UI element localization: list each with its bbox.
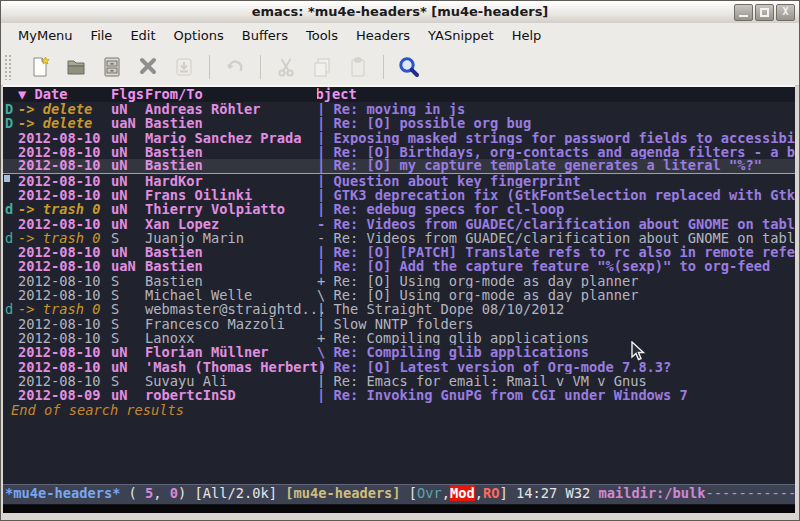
mark-char	[5, 131, 18, 145]
close-button[interactable]: X	[776, 4, 795, 21]
message-row[interactable]: D-> deleteuNAndreas Röhler| Re: moving i…	[3, 102, 795, 116]
message-row[interactable]: 2012-08-10uNFlorian Müllner\ Re: Compili…	[3, 345, 795, 359]
copy-button[interactable]	[307, 52, 337, 82]
menu-item-tools[interactable]: Tools	[297, 25, 347, 46]
menu-item-yasnippet[interactable]: YASnippet	[419, 25, 503, 46]
cut-button[interactable]	[271, 52, 301, 82]
search-button[interactable]	[394, 52, 424, 82]
message-row[interactable]: d-> trash 0Swebmaster@straightd...| The …	[3, 302, 795, 316]
message-row[interactable]: 2012-08-10uNMario Sanchez Prada| Exposin…	[3, 131, 795, 145]
message-date: 2012-08-10	[18, 245, 111, 259]
message-from: HardKor	[145, 174, 317, 188]
close-icon: X	[777, 5, 794, 20]
titlebar[interactable]: emacs: *mu4e-headers* [mu4e-headers] X	[1, 1, 799, 24]
minimize-icon	[739, 15, 748, 17]
message-subject: | Re: [O] [PATCH] Translate refs to rc a…	[317, 245, 795, 259]
message-row[interactable]: 2012-08-09uNrobertcInSD| Re: Invoking Gn…	[3, 388, 795, 402]
modeline-segment-red: RO	[483, 485, 499, 501]
message-from: Andreas Röhler	[145, 102, 317, 116]
message-row[interactable]: 2012-08-10uNHardKor| Question about key …	[3, 174, 795, 188]
menu-item-buffers[interactable]: Buffers	[233, 25, 297, 46]
message-date: 2012-08-10	[18, 174, 111, 188]
message-flags: uN	[111, 188, 145, 202]
modeline-segment-buffer[interactable]: *mu4e-headers*	[5, 485, 120, 501]
message-row[interactable]: 2012-08-10uNXan Lopez- Re: Videos from G…	[3, 217, 795, 231]
message-row[interactable]: 2012-08-10uNBastien| Re: [O] [PATCH] Tra…	[3, 245, 795, 259]
menu-item-file[interactable]: File	[82, 25, 122, 46]
modeline-segment-pink: 0	[170, 485, 178, 501]
mark-action: -> delete	[18, 102, 111, 116]
cut-icon	[274, 55, 298, 79]
menubar: MyMenuFileEditOptionsBuffersToolsHeaders…	[1, 23, 799, 48]
mark-action: -> trash 0	[18, 302, 111, 316]
from-column-header: From/To	[145, 87, 317, 102]
menu-item-edit[interactable]: Edit	[121, 25, 164, 46]
message-flags: uN	[111, 174, 145, 188]
message-row[interactable]: 2012-08-10SSuvayu Ali| Re: Emacs for ema…	[3, 374, 795, 388]
modeline-segment-dashes: --------------------------------------	[706, 485, 795, 501]
message-subject: | Re: [O] Latest version of Org-mode 7.8…	[317, 360, 795, 374]
maximize-button[interactable]	[755, 4, 774, 21]
message-row[interactable]: 2012-08-10SFrancesco Mazzoli| Slow NNTP …	[3, 317, 795, 331]
mark-char	[5, 159, 18, 172]
message-subject: | Question about key fingerprint	[317, 174, 795, 188]
message-subject: - Re: Videos from GUADEC/clarification a…	[317, 231, 795, 245]
mark-char	[5, 388, 18, 402]
close-x-icon	[136, 55, 160, 79]
mark-char	[5, 259, 18, 273]
modeline[interactable]: *mu4e-headers* ( 5, 0) [All/2.0k] [mu4e-…	[3, 484, 795, 505]
toolbar-separator	[383, 55, 384, 79]
open-folder-icon	[64, 55, 88, 79]
menu-item-options[interactable]: Options	[165, 25, 233, 46]
message-row[interactable]: 2012-08-10uNFrans Oilinki| GTK3 deprecat…	[3, 188, 795, 202]
menu-item-headers[interactable]: Headers	[347, 25, 419, 46]
message-row[interactable]: 2012-08-10SBastien+ Re: [O] Using org-mo…	[3, 274, 795, 288]
toolbar	[1, 48, 799, 86]
close-x-button[interactable]	[133, 52, 163, 82]
message-subject: | GTK3 deprecation fix (GtkFontSelection…	[317, 188, 795, 202]
new-file-button[interactable]	[25, 52, 55, 82]
new-file-icon	[28, 55, 52, 79]
menu-item-mymenu[interactable]: MyMenu	[9, 25, 82, 46]
message-date: 2012-08-10	[18, 259, 111, 273]
mark-char	[5, 345, 18, 359]
message-subject: - Re: Videos from GUADEC/clarification a…	[317, 217, 795, 231]
message-from: Lanoxx	[145, 331, 317, 345]
message-from: Florian Müllner	[145, 345, 317, 359]
message-subject: + Re: Compiling glib applications	[317, 331, 795, 345]
mark-char	[5, 145, 18, 159]
message-flags: uN	[111, 388, 145, 402]
message-from: Michael Welle	[145, 288, 317, 302]
minimize-button[interactable]	[734, 4, 753, 21]
message-flags: S	[111, 317, 145, 331]
paste-button[interactable]	[343, 52, 373, 82]
message-row[interactable]: d-> trash 0uNThierry Volpiatto| Re: edeb…	[3, 202, 795, 216]
date-column-header: ▼ Date	[18, 87, 111, 102]
modeline-segment-tan: [mu4e-headers]	[285, 485, 400, 501]
message-subject: | Re: [O] Birthdays, org-contacts and ag…	[317, 145, 795, 159]
message-row[interactable]: d-> trash 0SJuanjo Marin- Re: Videos fro…	[3, 231, 795, 245]
emacs-frame: ▼ Date Flgs From/To Subject D-> deleteuN…	[3, 85, 795, 513]
echo-area[interactable]	[3, 505, 795, 513]
save-cabinet-button[interactable]	[97, 52, 127, 82]
message-subject: | The Straight Dope 08/10/2012	[317, 302, 795, 316]
mark-char: d	[5, 231, 18, 245]
open-folder-button[interactable]	[61, 52, 91, 82]
message-row[interactable]: 2012-08-10SMichael Welle\ Re: [O] Using …	[3, 288, 795, 302]
message-row[interactable]: D-> deleteuaNBastien| Re: [O] possible o…	[3, 116, 795, 130]
message-from: Bastien	[145, 259, 317, 273]
toolbar-separator	[260, 55, 261, 79]
message-row[interactable]: 2012-08-10uNBastien| Re: [O] my capture …	[3, 159, 795, 173]
message-from: Francesco Mazzoli	[145, 317, 317, 331]
message-row[interactable]: 2012-08-10SLanoxx+ Re: Compiling glib ap…	[3, 331, 795, 345]
undo-button[interactable]	[220, 52, 250, 82]
mark-char	[5, 288, 18, 302]
toolbar-grip[interactable]	[4, 54, 13, 80]
menu-item-help[interactable]: Help	[503, 25, 551, 46]
message-from: 'Mash (Thomas Herbert)	[145, 360, 317, 374]
message-row[interactable]: 2012-08-10uaNBastien| Re: [O] Add the ca…	[3, 259, 795, 273]
message-flags: uN	[111, 345, 145, 359]
save-as-button[interactable]	[169, 52, 199, 82]
message-row[interactable]: 2012-08-10uN'Mash (Thomas Herbert)| Re: …	[3, 360, 795, 374]
message-subject: | Re: [O] my capture template generates …	[317, 159, 795, 172]
